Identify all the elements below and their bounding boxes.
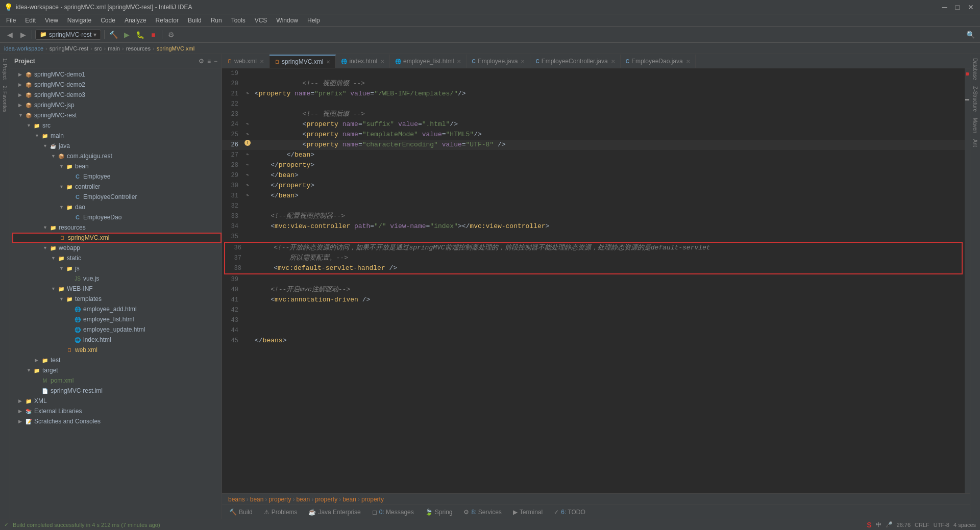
tree-item-java[interactable]: ▼ ☕ java (10, 141, 222, 151)
tree-item-springMVC-jsp[interactable]: ▶ 📦 springMVC-jsp (10, 100, 222, 110)
menu-file[interactable]: File (2, 16, 20, 25)
tree-item-EmployeeDao[interactable]: ▶ C EmployeeDao (10, 212, 222, 222)
project-panel-settings-icon[interactable]: ⚙ (199, 58, 204, 65)
right-tab-structure[interactable]: Z-Structure (971, 84, 979, 114)
tab-employee-list-html[interactable]: 🌐 employee_list.html ✕ (390, 55, 467, 68)
bottom-tab-terminal[interactable]: ▶ Terminal (508, 506, 548, 518)
menu-vcs[interactable]: VCS (251, 16, 272, 25)
editor-content[interactable]: 19 20 <!-- 视图前缀 --> 21 (222, 68, 965, 493)
tree-item-springMVC-xml[interactable]: ▶ 🗒 springMVC.xml (12, 233, 222, 243)
menu-run[interactable]: Run (207, 16, 226, 25)
menu-tools[interactable]: Tools (227, 16, 250, 25)
tree-item-test[interactable]: ▶ 📁 test (10, 355, 222, 365)
tree-item-js[interactable]: ▼ 📁 js (10, 263, 222, 273)
status-crlf[interactable]: CRLF (915, 522, 929, 528)
bottom-tab-todo[interactable]: ✓ 6: TODO (549, 506, 591, 518)
project-panel-icons[interactable]: ⚙ ≡ − (199, 58, 217, 65)
right-tab-database[interactable]: Database (971, 56, 979, 82)
tab-springMVC-xml[interactable]: 🗒 springMVC.xml ✕ (270, 55, 336, 68)
maximize-button[interactable]: □ (953, 3, 962, 11)
right-tab-maven[interactable]: Maven (971, 116, 979, 135)
tree-item-Employee[interactable]: ▶ C Employee (10, 171, 222, 182)
window-controls[interactable]: ─ □ ✕ (940, 3, 976, 11)
tree-item-main[interactable]: ▼ 📁 main (10, 131, 222, 141)
bottom-tab-java-enterprise[interactable]: ☕ Java Enterprise (303, 506, 365, 518)
breadcrumb-part-5[interactable]: resources (126, 45, 151, 52)
breadcrumb-bean1[interactable]: bean (250, 496, 264, 503)
tree-item-bean[interactable]: ▼ 📁 bean (10, 161, 222, 171)
tree-item-iml[interactable]: ▶ 📄 springMVC-rest.iml (10, 386, 222, 396)
tree-item-employee-add-html[interactable]: ▶ 🌐 employee_add.html (10, 304, 222, 314)
tree-item-controller[interactable]: ▼ 📁 controller (10, 182, 222, 192)
close-button[interactable]: ✕ (966, 3, 976, 11)
tree-item-dao[interactable]: ▼ 📁 dao (10, 202, 222, 212)
menu-help[interactable]: Help (303, 16, 324, 25)
tree-item-springMVC-demo3[interactable]: ▶ 📦 springMVC-demo3 (10, 90, 222, 100)
menu-refactor[interactable]: Refactor (152, 16, 183, 25)
tab-web-xml[interactable]: 🗒 web.xml ✕ (222, 55, 270, 68)
bottom-tab-problems[interactable]: ⚠ Problems (259, 506, 303, 518)
bottom-tab-services[interactable]: ⚙ 8: Services (458, 506, 506, 518)
tab-EmployeeDao-java[interactable]: C EmployeeDao.java ✕ (621, 55, 696, 68)
breadcrumb-property1[interactable]: property (268, 496, 291, 503)
menu-window[interactable]: Window (272, 16, 302, 25)
bottom-tab-spring[interactable]: 🍃 Spring (420, 506, 458, 518)
breadcrumb-property2[interactable]: property (315, 496, 337, 503)
tab-index-html[interactable]: 🌐 index.html ✕ (336, 55, 390, 68)
tree-item-external-libs[interactable]: ▶ 📚 External Libraries (10, 406, 222, 416)
tab-EmployeeController-java[interactable]: C EmployeeController.java ✕ (530, 55, 620, 68)
minimize-button[interactable]: ─ (940, 3, 949, 11)
menu-view[interactable]: View (41, 16, 62, 25)
project-panel-gear-icon[interactable]: ≡ (207, 58, 211, 65)
tree-item-resources[interactable]: ▼ 📁 resources (10, 222, 222, 233)
tab-close-springMVC-xml[interactable]: ✕ (326, 59, 330, 65)
tab-Employee-java[interactable]: C Employee.java ✕ (467, 55, 530, 68)
breadcrumb-bean3[interactable]: bean (342, 496, 356, 503)
tab-close-EmployeeController-java[interactable]: ✕ (611, 59, 615, 64)
breadcrumb-part-2[interactable]: springMVC-rest (50, 45, 88, 52)
toolbar-debug[interactable]: 🐛 (134, 29, 145, 40)
tree-item-WEB-INF[interactable]: ▼ 📁 WEB-INF (10, 284, 222, 294)
favorites-sidebar-tab[interactable]: 2: Favorites (1, 84, 9, 114)
tree-item-target[interactable]: ▼ 📁 target (10, 365, 222, 375)
tree-item-index-html2[interactable]: ▶ 🌐 index.html (10, 335, 222, 345)
project-sidebar-tab[interactable]: 1: Project (1, 56, 9, 82)
menu-build[interactable]: Build (184, 16, 206, 25)
toolbar-forward[interactable]: ▶ (17, 29, 29, 40)
tree-item-webapp[interactable]: ▼ 📁 webapp (10, 243, 222, 253)
tab-close-employee-list-html[interactable]: ✕ (457, 59, 461, 64)
project-panel-close-icon[interactable]: − (214, 58, 217, 65)
menu-navigate[interactable]: Navigate (63, 16, 95, 25)
tree-item-employee-update-html[interactable]: ▶ 🌐 employee_update.html (10, 324, 222, 335)
menu-edit[interactable]: Edit (21, 16, 40, 25)
tree-item-employee-list-html[interactable]: ▶ 🌐 employee_list.html (10, 314, 222, 324)
tree-item-XML[interactable]: ▶ 📁 XML (10, 396, 222, 406)
tree-item-springMVC-demo1[interactable]: ▶ 📦 springMVC-demo1 (10, 69, 222, 80)
tab-close-index-html[interactable]: ✕ (380, 59, 384, 64)
toolbar-settings[interactable]: ⚙ (165, 29, 177, 40)
breadcrumb-part-3[interactable]: src (94, 45, 102, 52)
tree-item-static[interactable]: ▼ 📁 static (10, 253, 222, 263)
toolbar-stop[interactable]: ■ (148, 29, 159, 40)
project-selector[interactable]: 📁 springMVC-rest ▾ (35, 30, 101, 40)
toolbar-run[interactable]: ▶ (121, 29, 132, 40)
right-tab-ant[interactable]: Ant (971, 137, 979, 149)
tree-item-web-xml2[interactable]: ▶ 🗒 web.xml (10, 345, 222, 355)
breadcrumb-property3[interactable]: property (361, 496, 384, 503)
tree-item-com-atguigu-rest[interactable]: ▼ 📦 com.atguigu.rest (10, 151, 222, 161)
tree-item-scratches[interactable]: ▶ 📝 Scratches and Consoles (10, 416, 222, 426)
tree-item-springMVC-demo2[interactable]: ▶ 📦 springMVC-demo2 (10, 80, 222, 90)
tab-close-web-xml[interactable]: ✕ (260, 59, 264, 64)
tab-close-EmployeeDao-java[interactable]: ✕ (686, 59, 690, 64)
breadcrumb-part-6[interactable]: springMVC.xml (157, 45, 195, 52)
bottom-tab-messages[interactable]: ◻ 0: Messages (367, 506, 419, 518)
toolbar-back[interactable]: ◀ (4, 29, 15, 40)
tree-item-templates[interactable]: ▼ 📁 templates (10, 294, 222, 304)
menu-analyze[interactable]: Analyze (120, 16, 151, 25)
toolbar-build[interactable]: 🔨 (108, 29, 119, 40)
status-indent[interactable]: 4 spaces (953, 522, 976, 528)
breadcrumb-part-1[interactable]: idea-workspace (4, 45, 43, 52)
status-cursor-pos[interactable]: 26:76 (897, 522, 911, 528)
breadcrumb-part-4[interactable]: main (108, 45, 120, 52)
toolbar-search[interactable]: 🔍 (965, 29, 976, 40)
